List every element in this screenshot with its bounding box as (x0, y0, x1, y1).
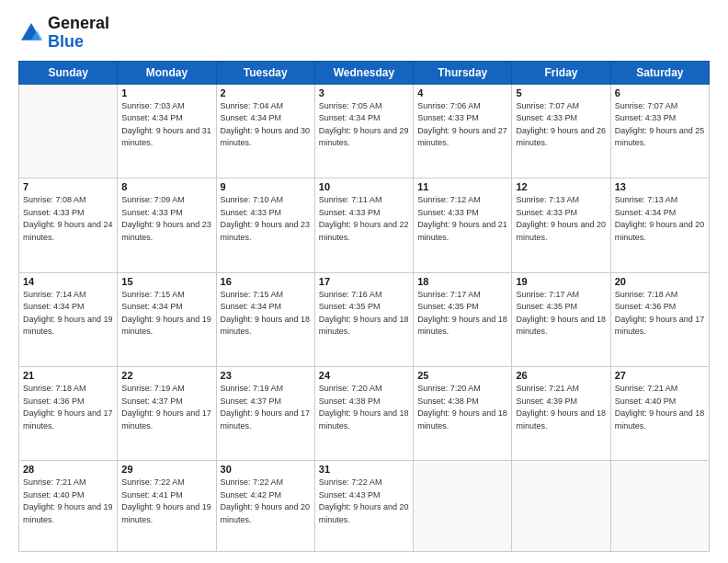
day-number: 12 (516, 181, 606, 192)
logo: General Blue (18, 15, 109, 52)
day-number: 24 (319, 370, 409, 381)
calendar-cell: 24 Sunrise: 7:20 AMSunset: 4:38 PMDaylig… (314, 367, 413, 461)
day-number: 31 (319, 464, 409, 475)
day-info: Sunrise: 7:22 AMSunset: 4:41 PMDaylight:… (121, 477, 211, 526)
week-row-1: 1 Sunrise: 7:03 AMSunset: 4:34 PMDayligh… (19, 84, 710, 178)
weekday-header-tuesday: Tuesday (216, 61, 314, 84)
page: General Blue SundayMondayTuesdayWednesda… (0, 0, 728, 563)
calendar-cell: 21 Sunrise: 7:18 AMSunset: 4:36 PMDaylig… (19, 367, 118, 461)
calendar-cell: 12 Sunrise: 7:13 AMSunset: 4:33 PMDaylig… (512, 178, 610, 272)
calendar-cell: 20 Sunrise: 7:18 AMSunset: 4:36 PMDaylig… (610, 272, 709, 366)
week-row-3: 14 Sunrise: 7:14 AMSunset: 4:34 PMDaylig… (19, 272, 710, 366)
logo-icon (18, 20, 44, 46)
day-number: 1 (121, 87, 211, 98)
calendar-cell: 9 Sunrise: 7:10 AMSunset: 4:33 PMDayligh… (216, 178, 314, 272)
day-number: 5 (516, 87, 606, 98)
day-info: Sunrise: 7:21 AMSunset: 4:39 PMDaylight:… (516, 383, 606, 432)
day-info: Sunrise: 7:22 AMSunset: 4:43 PMDaylight:… (319, 477, 409, 526)
calendar-cell (414, 461, 512, 552)
calendar-cell (512, 461, 610, 552)
day-info: Sunrise: 7:06 AMSunset: 4:33 PMDaylight:… (417, 100, 507, 150)
day-number: 23 (221, 370, 311, 381)
day-info: Sunrise: 7:03 AMSunset: 4:34 PMDaylight:… (121, 100, 211, 150)
weekday-header-row: SundayMondayTuesdayWednesdayThursdayFrid… (19, 61, 710, 84)
day-number: 27 (615, 370, 705, 381)
calendar-cell: 5 Sunrise: 7:07 AMSunset: 4:33 PMDayligh… (512, 84, 610, 178)
calendar-cell: 27 Sunrise: 7:21 AMSunset: 4:40 PMDaylig… (610, 367, 709, 461)
day-number: 15 (121, 276, 211, 287)
day-info: Sunrise: 7:14 AMSunset: 4:34 PMDaylight:… (23, 289, 113, 339)
calendar-cell: 15 Sunrise: 7:15 AMSunset: 4:34 PMDaylig… (118, 272, 216, 366)
day-number: 13 (615, 181, 705, 192)
day-info: Sunrise: 7:07 AMSunset: 4:33 PMDaylight:… (615, 100, 705, 150)
calendar-cell: 3 Sunrise: 7:05 AMSunset: 4:34 PMDayligh… (314, 84, 413, 178)
calendar-cell: 22 Sunrise: 7:19 AMSunset: 4:37 PMDaylig… (118, 367, 216, 461)
day-info: Sunrise: 7:05 AMSunset: 4:34 PMDaylight:… (319, 100, 409, 150)
day-number: 18 (417, 276, 507, 287)
week-row-4: 21 Sunrise: 7:18 AMSunset: 4:36 PMDaylig… (19, 367, 710, 461)
day-number: 25 (417, 370, 507, 381)
day-info: Sunrise: 7:19 AMSunset: 4:37 PMDaylight:… (121, 383, 211, 432)
day-info: Sunrise: 7:10 AMSunset: 4:33 PMDaylight:… (221, 194, 311, 244)
day-number: 29 (121, 464, 211, 475)
calendar-cell: 11 Sunrise: 7:12 AMSunset: 4:33 PMDaylig… (414, 178, 512, 272)
calendar-cell: 6 Sunrise: 7:07 AMSunset: 4:33 PMDayligh… (610, 84, 709, 178)
weekday-header-wednesday: Wednesday (314, 61, 413, 84)
day-info: Sunrise: 7:22 AMSunset: 4:42 PMDaylight:… (221, 477, 311, 526)
day-info: Sunrise: 7:09 AMSunset: 4:33 PMDaylight:… (121, 194, 211, 244)
day-info: Sunrise: 7:07 AMSunset: 4:33 PMDaylight:… (516, 100, 606, 150)
calendar-cell: 31 Sunrise: 7:22 AMSunset: 4:43 PMDaylig… (314, 461, 413, 552)
calendar-cell: 18 Sunrise: 7:17 AMSunset: 4:35 PMDaylig… (414, 272, 512, 366)
week-row-2: 7 Sunrise: 7:08 AMSunset: 4:33 PMDayligh… (19, 178, 710, 272)
calendar-cell: 29 Sunrise: 7:22 AMSunset: 4:41 PMDaylig… (118, 461, 216, 552)
calendar-cell: 14 Sunrise: 7:14 AMSunset: 4:34 PMDaylig… (19, 272, 118, 366)
calendar-cell: 16 Sunrise: 7:15 AMSunset: 4:34 PMDaylig… (216, 272, 314, 366)
day-info: Sunrise: 7:21 AMSunset: 4:40 PMDaylight:… (23, 477, 113, 526)
day-number: 17 (319, 276, 409, 287)
day-info: Sunrise: 7:18 AMSunset: 4:36 PMDaylight:… (615, 289, 705, 339)
day-info: Sunrise: 7:21 AMSunset: 4:40 PMDaylight:… (615, 383, 705, 432)
day-number: 14 (23, 276, 113, 287)
calendar-cell: 30 Sunrise: 7:22 AMSunset: 4:42 PMDaylig… (216, 461, 314, 552)
day-number: 21 (23, 370, 113, 381)
day-info: Sunrise: 7:15 AMSunset: 4:34 PMDaylight:… (221, 289, 311, 339)
day-number: 28 (23, 464, 113, 475)
calendar-cell: 23 Sunrise: 7:19 AMSunset: 4:37 PMDaylig… (216, 367, 314, 461)
day-number: 4 (417, 87, 507, 98)
day-number: 20 (615, 276, 705, 287)
day-info: Sunrise: 7:13 AMSunset: 4:33 PMDaylight:… (516, 194, 606, 244)
calendar-cell: 13 Sunrise: 7:13 AMSunset: 4:34 PMDaylig… (610, 178, 709, 272)
day-number: 26 (516, 370, 606, 381)
week-row-5: 28 Sunrise: 7:21 AMSunset: 4:40 PMDaylig… (19, 461, 710, 552)
day-number: 19 (516, 276, 606, 287)
calendar-cell: 4 Sunrise: 7:06 AMSunset: 4:33 PMDayligh… (414, 84, 512, 178)
day-number: 7 (23, 181, 113, 192)
day-info: Sunrise: 7:11 AMSunset: 4:33 PMDaylight:… (319, 194, 409, 244)
day-number: 30 (221, 464, 311, 475)
weekday-header-friday: Friday (512, 61, 610, 84)
calendar-cell: 10 Sunrise: 7:11 AMSunset: 4:33 PMDaylig… (314, 178, 413, 272)
calendar-cell: 26 Sunrise: 7:21 AMSunset: 4:39 PMDaylig… (512, 367, 610, 461)
day-number: 16 (221, 276, 311, 287)
calendar-cell (610, 461, 709, 552)
day-info: Sunrise: 7:20 AMSunset: 4:38 PMDaylight:… (417, 383, 507, 432)
day-number: 10 (319, 181, 409, 192)
day-info: Sunrise: 7:18 AMSunset: 4:36 PMDaylight:… (23, 383, 113, 432)
calendar-table: SundayMondayTuesdayWednesdayThursdayFrid… (18, 61, 710, 552)
day-info: Sunrise: 7:16 AMSunset: 4:35 PMDaylight:… (319, 289, 409, 339)
day-number: 6 (615, 87, 705, 98)
weekday-header-saturday: Saturday (610, 61, 709, 84)
day-number: 11 (417, 181, 507, 192)
day-info: Sunrise: 7:15 AMSunset: 4:34 PMDaylight:… (121, 289, 211, 339)
calendar-cell: 8 Sunrise: 7:09 AMSunset: 4:33 PMDayligh… (118, 178, 216, 272)
weekday-header-monday: Monday (118, 61, 216, 84)
calendar-cell (19, 84, 118, 178)
day-number: 8 (121, 181, 211, 192)
calendar-cell: 17 Sunrise: 7:16 AMSunset: 4:35 PMDaylig… (314, 272, 413, 366)
header: General Blue (18, 15, 710, 52)
calendar-cell: 19 Sunrise: 7:17 AMSunset: 4:35 PMDaylig… (512, 272, 610, 366)
day-info: Sunrise: 7:13 AMSunset: 4:34 PMDaylight:… (615, 194, 705, 244)
weekday-header-thursday: Thursday (414, 61, 512, 84)
day-info: Sunrise: 7:04 AMSunset: 4:34 PMDaylight:… (221, 100, 311, 150)
calendar-cell: 7 Sunrise: 7:08 AMSunset: 4:33 PMDayligh… (19, 178, 118, 272)
